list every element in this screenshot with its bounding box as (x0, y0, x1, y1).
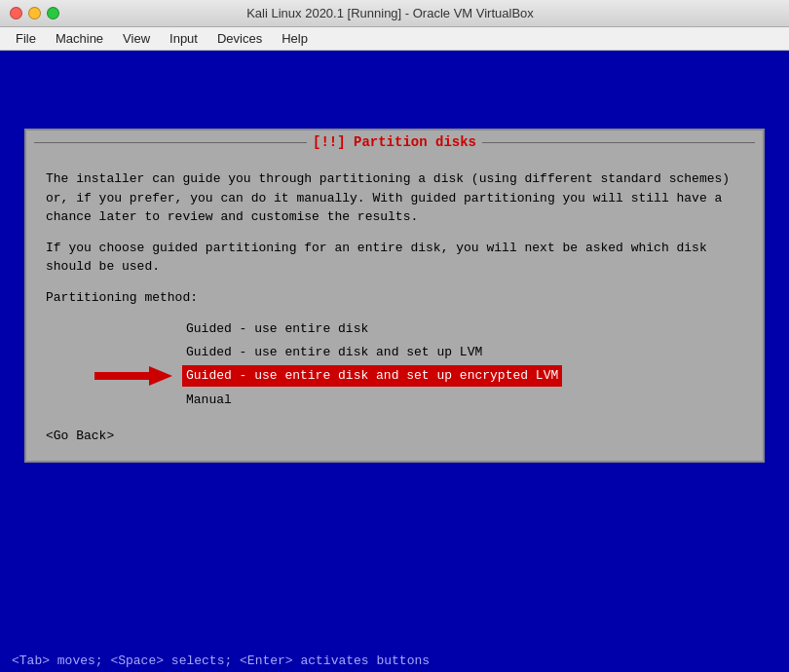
method-label: Partitioning method: (46, 288, 743, 308)
partition-dialog: [!!] Partition disks The installer can g… (24, 129, 765, 463)
option-3-label[interactable]: Guided - use entire disk and set up encr… (182, 365, 562, 387)
title-line-left (34, 142, 307, 143)
option-row-4[interactable]: Manual (46, 390, 743, 411)
menu-machine[interactable]: Machine (48, 29, 111, 48)
option-4-label[interactable]: Manual (182, 390, 236, 411)
option-2-label[interactable]: Guided - use entire disk and set up LVM (182, 342, 486, 363)
title-line-right (482, 142, 755, 143)
maximize-button[interactable] (47, 7, 59, 19)
menu-devices[interactable]: Devices (209, 29, 270, 48)
vm-display: [!!] Partition disks The installer can g… (0, 51, 789, 672)
menu-view[interactable]: View (115, 29, 158, 48)
menu-bar: File Machine View Input Devices Help (0, 27, 789, 51)
dialog-content: The installer can guide you through part… (26, 154, 763, 461)
menu-help[interactable]: Help (274, 29, 316, 48)
window-title: Kali Linux 2020.1 [Running] - Oracle VM … (246, 6, 534, 20)
close-button[interactable] (10, 7, 22, 19)
status-text: <Tab> moves; <Space> selects; <Enter> ac… (12, 653, 430, 668)
option-row-3[interactable]: Guided - use entire disk and set up encr… (46, 364, 743, 388)
dialog-title-bar: [!!] Partition disks (26, 131, 763, 154)
option-row-2[interactable]: Guided - use entire disk and set up LVM (46, 342, 743, 363)
paragraph-2: If you choose guided partitioning for an… (46, 239, 743, 277)
arrow-area (46, 364, 182, 388)
option-1-label[interactable]: Guided - use entire disk (182, 318, 372, 340)
svg-marker-0 (94, 366, 172, 386)
menu-file[interactable]: File (8, 29, 44, 48)
option-row-1[interactable]: Guided - use entire disk (46, 318, 743, 340)
minimize-button[interactable] (28, 7, 41, 19)
options-container: Guided - use entire disk Guided - use en… (46, 318, 743, 411)
dialog-title: [!!] Partition disks (313, 134, 476, 150)
paragraph-1: The installer can guide you through part… (46, 169, 743, 227)
status-bar: <Tab> moves; <Space> selects; <Enter> ac… (0, 650, 789, 672)
menu-input[interactable]: Input (162, 29, 206, 48)
go-back-button[interactable]: <Go Back> (46, 427, 743, 446)
red-arrow-icon (94, 364, 172, 388)
title-bar: Kali Linux 2020.1 [Running] - Oracle VM … (0, 0, 789, 27)
window-controls[interactable] (10, 7, 59, 19)
